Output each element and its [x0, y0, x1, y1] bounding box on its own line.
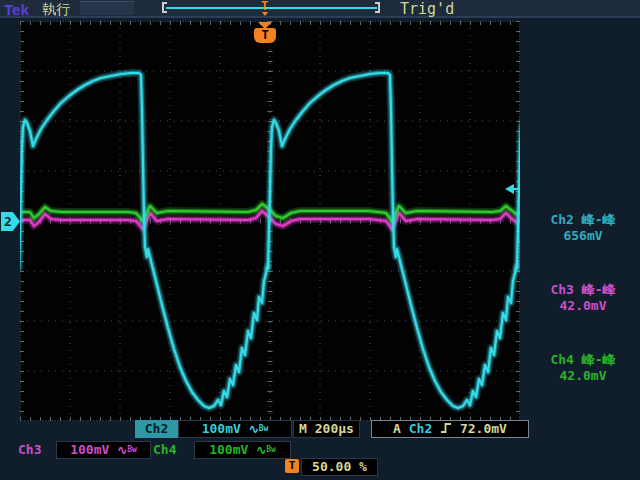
horizontal-position-value: 50.00 %	[312, 459, 367, 474]
ch4-scale-readout: 100mV ∿Bw	[194, 441, 291, 459]
ch4-scale-value: 100mV	[209, 442, 248, 457]
measurement-value: 42.0mV	[528, 368, 638, 384]
waveform-display	[20, 21, 520, 421]
channel2-reference-marker: 2	[1, 212, 20, 231]
rising-edge-icon	[440, 422, 452, 434]
trigger-level-arrow-tail	[513, 188, 519, 190]
ch2-scale-readout: 100mV ∿Bw	[178, 420, 292, 438]
trigger-level: 72.0mV	[460, 421, 507, 436]
bandwidth-limit-icon: Bw	[266, 445, 276, 454]
acquisition-window-bar	[166, 7, 377, 9]
measurement-value: 42.0mV	[528, 298, 638, 314]
horizontal-trigger-position-icon: T	[285, 459, 299, 473]
bandwidth-limit-icon: Bw	[259, 424, 269, 433]
measurement-ch3-peak-to-peak: Ch3 峰-峰 42.0mV	[528, 282, 638, 314]
trigger-readout: A Ch2 72.0mV	[371, 420, 529, 438]
graticule	[20, 21, 520, 421]
window-bracket-left-icon	[162, 2, 167, 13]
horizontal-position-readout: 50.00 %	[301, 458, 378, 476]
ac-coupling-icon: ∿	[256, 443, 266, 457]
trigger-status: Trig'd	[400, 0, 454, 18]
ch3-scale-readout: 100mV ∿Bw	[56, 441, 151, 459]
measurement-ch4-peak-to-peak: Ch4 峰-峰 42.0mV	[528, 352, 638, 384]
bandwidth-limit-icon: Bw	[127, 445, 137, 454]
measurement-label: Ch4 峰-峰	[528, 352, 638, 368]
ch2-channel-chip: Ch2	[135, 420, 178, 438]
ac-coupling-icon: ∿	[117, 443, 127, 457]
measurement-value: 656mV	[528, 228, 638, 244]
trigger-position-flag-icon: T	[254, 28, 276, 43]
measurement-ch2-peak-to-peak: Ch2 峰-峰 656mV	[528, 212, 638, 244]
tek-logo: Tek	[4, 1, 29, 18]
timebase-value: 200µs	[315, 421, 354, 436]
top-status-bar: Tek 執行 T Trig'd	[0, 0, 640, 18]
measurement-label: Ch2 峰-峰	[528, 212, 638, 228]
trigger-position-mini-icon: T	[258, 0, 271, 16]
ac-coupling-icon: ∿	[249, 422, 259, 436]
ch3-scale-value: 100mV	[70, 442, 109, 457]
window-bracket-right-icon	[375, 2, 380, 13]
ch4-channel-label: Ch4	[153, 442, 176, 457]
trigger-mode: A	[393, 421, 401, 436]
acquisition-run-status: 執行	[42, 1, 70, 19]
menu-panel	[80, 1, 134, 15]
timebase-readout: M 200µs	[293, 420, 360, 438]
timebase-prefix: M	[299, 421, 307, 436]
ch2-scale-value: 100mV	[202, 421, 241, 436]
trigger-source: Ch2	[409, 421, 432, 436]
trigger-level-arrow-icon	[505, 184, 519, 194]
ch3-channel-label: Ch3	[18, 442, 41, 457]
measurement-label: Ch3 峰-峰	[528, 282, 638, 298]
